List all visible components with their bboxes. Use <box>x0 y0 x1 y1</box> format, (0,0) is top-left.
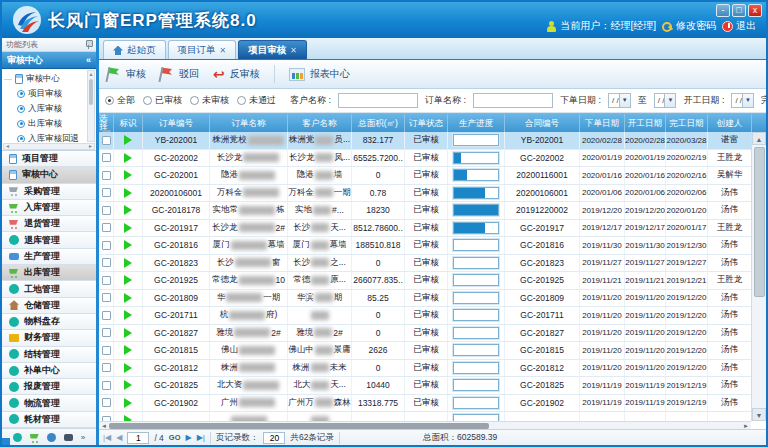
scroll-up-icon[interactable]: ▲ <box>752 132 766 145</box>
order-date-input[interactable]: / /▼ <box>608 93 631 108</box>
prev-page-button[interactable]: ◀ <box>116 433 122 443</box>
column-header-0[interactable]: 选择 <box>99 114 114 132</box>
order-name-input[interactable] <box>473 93 553 108</box>
sidebar-item-14[interactable]: 报废管理 <box>2 379 96 395</box>
toolbar-button-1[interactable]: 驳回 <box>160 67 199 82</box>
grid-horizontal-scrollbar[interactable]: ◄ ► <box>99 421 751 429</box>
next-page-button[interactable]: ▶ <box>186 433 192 443</box>
order-date-to-input[interactable]: / /▼ <box>654 93 677 108</box>
sidebar-group-header[interactable]: 审核中心 « <box>2 52 96 69</box>
tree-root-item[interactable]: —审核中心 <box>4 71 87 86</box>
table-row[interactable]: GC-202002长沙龙长沙龙凤...65525.7200..已审核GC-202… <box>99 150 751 168</box>
minimize-button[interactable]: - <box>716 4 730 17</box>
sidebar-item-1[interactable]: 审核中心 <box>2 167 96 183</box>
row-checkbox[interactable] <box>102 311 111 320</box>
row-checkbox[interactable] <box>102 346 111 355</box>
tree-horizontal-scrollbar[interactable]: ◄► <box>3 143 95 150</box>
table-row[interactable]: GC-201816厦门幕墙厦门幕墙188510.818已审核GC-2018162… <box>99 237 751 255</box>
toolbar-button-3[interactable]: 报表中心 <box>289 67 350 81</box>
table-row[interactable]: GC-201812株洲株洲未来0已审核GC-2018122019/11/2020… <box>99 360 751 378</box>
filter-radio-0[interactable]: 全部 <box>105 94 135 107</box>
sidebar-item-10[interactable]: 物料盘存 <box>2 314 96 330</box>
table-row[interactable] <box>99 412 751 421</box>
row-checkbox[interactable] <box>102 241 111 250</box>
change-password-button[interactable]: 修改密码 <box>662 19 716 33</box>
overflow-icon[interactable]: » <box>81 433 85 442</box>
row-checkbox[interactable] <box>102 293 111 302</box>
column-header-12[interactable]: 创建人 <box>708 114 752 132</box>
sidebar-item-7[interactable]: 出库管理 <box>2 265 96 281</box>
tree-vscroll-thumb[interactable] <box>89 79 93 105</box>
row-checkbox[interactable] <box>102 136 111 145</box>
page-size-input[interactable] <box>263 432 285 444</box>
logout-button[interactable]: 退出 <box>722 19 756 33</box>
sidebar-item-12[interactable]: 结转管理 <box>2 347 96 363</box>
tree-expander-icon[interactable]: — <box>4 74 12 83</box>
row-checkbox[interactable] <box>102 398 111 407</box>
tree-item-0[interactable]: 项目审核 <box>4 86 87 101</box>
column-header-9[interactable]: 下单日期 <box>580 114 625 132</box>
row-checkbox[interactable] <box>102 363 111 372</box>
grid-vertical-scrollbar[interactable]: ▲ ▼ <box>751 132 766 421</box>
row-checkbox[interactable] <box>102 381 111 390</box>
tree-vertical-scrollbar[interactable]: ▲ <box>87 70 95 142</box>
row-checkbox[interactable] <box>102 206 111 215</box>
go-button[interactable]: GO <box>169 433 181 442</box>
filter-radio-1[interactable]: 已审核 <box>143 94 182 107</box>
column-header-3[interactable]: 订单名称 <box>210 114 288 132</box>
sidebar-item-4[interactable]: 退货管理 <box>2 216 96 232</box>
filter-radio-2[interactable]: 未审核 <box>190 94 229 107</box>
scroll-left-icon[interactable]: ◄ <box>5 144 10 149</box>
table-row[interactable]: GC-201925常德龙10常德原...266077.835..已审核GC-20… <box>99 272 751 290</box>
chevron-down-icon[interactable]: ▼ <box>664 94 675 107</box>
table-row[interactable]: YB-202001株洲党校株洲党员...832.177已审核YB-2020012… <box>99 132 751 150</box>
toolbar-button-2[interactable]: ↩反审核 <box>213 67 260 81</box>
chevron-down-icon[interactable]: ▼ <box>742 94 753 107</box>
table-row[interactable]: GC-201827雅境2#雅境2#0已审核GC-2018272019/11/20… <box>99 325 751 343</box>
tab-2[interactable]: 项目审核✕ <box>238 40 307 59</box>
tree-item-2[interactable]: 出库审核 <box>4 116 87 131</box>
row-checkbox[interactable] <box>102 328 111 337</box>
sidebar-item-15[interactable]: 物流管理 <box>2 395 96 411</box>
table-row[interactable]: 20200106001万科金万科金一期0.78已审核20200106001202… <box>99 185 751 203</box>
close-icon[interactable]: ✕ <box>220 46 227 55</box>
column-header-5[interactable]: 总面积(㎡) <box>352 114 405 132</box>
sidebar-item-6[interactable]: 生产管理 <box>2 249 96 265</box>
row-checkbox[interactable] <box>102 223 111 232</box>
dot-icon[interactable] <box>13 433 22 442</box>
sidebar-item-13[interactable]: 补单中心 <box>2 363 96 379</box>
table-row[interactable]: GC-201809华一期华滨期85.25已审核GC-2018092019/11/… <box>99 290 751 308</box>
restore-button[interactable]: □ <box>732 4 746 17</box>
close-icon[interactable]: ✕ <box>290 46 297 55</box>
column-header-6[interactable]: 订单状态 <box>405 114 448 132</box>
row-checkbox[interactable] <box>102 188 111 197</box>
sidebar-item-11[interactable]: 财务管理 <box>2 330 96 346</box>
table-row[interactable]: GC-201823长沙窗长沙之...0已审核GC-2018232019/11/2… <box>99 255 751 273</box>
column-header-7[interactable]: 生产进度 <box>448 114 505 132</box>
first-page-button[interactable]: |◀ <box>103 433 111 443</box>
column-header-8[interactable]: 合同编号 <box>505 114 580 132</box>
close-button[interactable]: x <box>748 4 762 17</box>
column-header-4[interactable]: 客户名称 <box>288 114 352 132</box>
sidebar-item-16[interactable]: 耗材管理 <box>2 412 96 428</box>
sidebar-item-8[interactable]: 工地管理 <box>2 281 96 297</box>
table-row[interactable]: GC-201917长沙龙2#长沙天...8512.78600..已审核GC-20… <box>99 220 751 238</box>
filter-radio-3[interactable]: 未通过 <box>237 94 276 107</box>
start-date-input[interactable]: / /▼ <box>731 93 754 108</box>
page-number-input[interactable] <box>127 432 149 444</box>
tab-1[interactable]: 项目订单✕ <box>168 40 237 59</box>
column-header-2[interactable]: 订单编号 <box>143 114 210 132</box>
collapse-icon[interactable]: « <box>86 55 91 65</box>
scroll-down-icon[interactable]: ▼ <box>752 408 766 421</box>
row-checkbox[interactable] <box>102 153 111 162</box>
last-page-button[interactable]: ▶| <box>197 433 205 443</box>
table-row[interactable]: GC-201711杭府)0已审核GC-2017112019/11/202019/… <box>99 307 751 325</box>
tab-0[interactable]: 起始页 <box>103 40 166 59</box>
row-checkbox[interactable] <box>102 171 111 180</box>
table-row[interactable]: GC-201815佛山佛山中景庸2626已审核GC-2018152019/11/… <box>99 342 751 360</box>
chevron-down-icon[interactable]: ▼ <box>619 94 630 107</box>
toolbar-button-0[interactable]: 审核 <box>107 67 146 82</box>
cart-icon[interactable] <box>30 433 39 442</box>
tree-item-3[interactable]: 入库审核回退 <box>4 131 87 142</box>
table-row[interactable]: GC-2018178实地常栋实地#...18230已审核201912200022… <box>99 202 751 220</box>
